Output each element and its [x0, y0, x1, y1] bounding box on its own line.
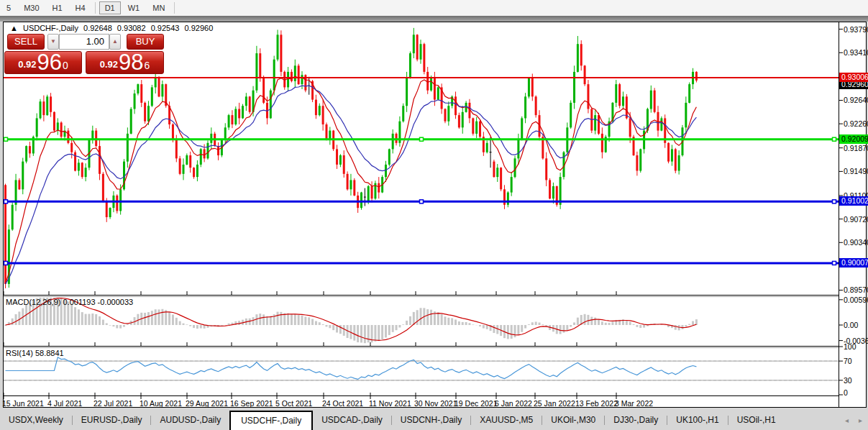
- date-tick-label: 24 Oct 2021: [322, 399, 363, 408]
- tab-scroll-arrows: ◂ ▸: [845, 416, 862, 424]
- tab-xauusd-m5[interactable]: XAUUSD-,M5: [471, 412, 542, 429]
- date-tick-label: 29 Aug 2021: [186, 399, 228, 408]
- volume-increase-button[interactable]: ▲: [109, 34, 121, 50]
- ohlc-high: 0.93082: [117, 24, 146, 32]
- date-tick-label: 30 Nov 2021: [414, 399, 457, 408]
- tab-usdcnh-daily[interactable]: USDCNH-,Daily: [392, 412, 470, 429]
- price-tick-label: 0.92640: [844, 96, 868, 104]
- volume-input[interactable]: 1.00: [59, 34, 109, 50]
- tab-usdcad-daily[interactable]: USDCAD-,Daily: [313, 412, 391, 429]
- macd-indicator-label: MACD(12,26,9) 0.001193 -0.000033: [6, 298, 133, 306]
- date-tick-label: 13 Feb 2022: [575, 399, 618, 408]
- price-tick-label: 0.92260: [844, 119, 868, 128]
- sell-price-base: 0.92: [18, 57, 36, 73]
- symbol-ohlc-header: ▲ USDCHF-,Daily 0.92648 0.93082 0.92543 …: [10, 24, 216, 32]
- tab-scroll-left-icon[interactable]: ◂: [845, 416, 849, 424]
- sell-price-pips: 96: [37, 52, 62, 73]
- tab-usdchf-daily[interactable]: USDCHF-,Daily: [229, 411, 313, 430]
- date-tick-label: 10 Aug 2021: [140, 399, 182, 408]
- symbol-title: USDCHF-,Daily: [23, 24, 78, 32]
- price-tick-label: 0.90720: [844, 215, 868, 224]
- tab-uk100-h1[interactable]: UK100-,H1: [667, 412, 727, 429]
- price-tick-label: 0.91490: [844, 167, 868, 175]
- mt4-chart-window: 5M30H1H4D1W1MN ▲ USDCHF-,Daily 0.92648 0…: [0, 0, 868, 430]
- date-tick-label: 19 Dec 2021: [454, 399, 498, 408]
- tab-audusd-daily[interactable]: AUDUSD-,Daily: [151, 412, 229, 429]
- period-button-w1[interactable]: W1: [122, 1, 146, 14]
- tab-usdx-weekly[interactable]: USDX,Weekly: [0, 412, 72, 429]
- macd-axis-label: 0.005963: [844, 296, 868, 304]
- price-badge-0.92009: 0.92009: [839, 134, 868, 144]
- date-tick-label: 4 Jul 2021: [47, 399, 82, 408]
- chart-tab-bar: USDX,WeeklyEURUSD-,DailyAUDUSD-,DailyUSD…: [0, 411, 868, 430]
- date-tick-label: 6 Jan 2022: [495, 399, 532, 408]
- date-tick-label: 25 Jan 2022: [534, 399, 575, 408]
- sell-button[interactable]: SELL: [7, 34, 45, 50]
- rsi-axis-label: 0: [844, 388, 848, 397]
- price-tick-label: 0.89570: [844, 285, 868, 294]
- price-tick-label: 0.93790: [844, 25, 868, 34]
- volume-decrease-button[interactable]: ▼: [47, 34, 59, 50]
- sell-price-point: 0: [63, 52, 68, 79]
- tab-eurusd-daily[interactable]: EURUSD-,Daily: [73, 412, 151, 429]
- period-button-mn[interactable]: MN: [147, 1, 170, 14]
- toolbar-separator: [95, 2, 96, 14]
- date-tick-label: 22 Jul 2021: [93, 399, 132, 408]
- collapse-triangle-icon[interactable]: ▲: [10, 24, 18, 32]
- ohlc-low: 0.92543: [151, 24, 180, 32]
- period-button-m30[interactable]: M30: [18, 1, 45, 14]
- buy-price-panel[interactable]: 0.92 98 6: [86, 51, 164, 74]
- tab-ukoil-m30[interactable]: UKOil-,M30: [542, 412, 604, 429]
- period-button-h4[interactable]: H4: [70, 1, 91, 14]
- date-tick-label: 5 Oct 2021: [275, 399, 312, 408]
- buy-price-base: 0.92: [100, 57, 118, 73]
- price-tick-label: 0.93410: [844, 48, 868, 57]
- date-tick-label: 15 Jun 2021: [2, 399, 44, 408]
- price-badge-0.91002: 0.91002: [839, 196, 868, 206]
- price-badge-0.93006: 0.93006: [839, 73, 868, 82]
- rsi-axis-label: 70: [844, 357, 852, 365]
- rsi-indicator-label: RSI(14) 58.8841: [6, 349, 64, 357]
- buy-price-point: 6: [145, 52, 150, 79]
- date-tick-label: 16 Sep 2021: [230, 399, 273, 408]
- date-tick-label: 3 Mar 2022: [615, 399, 653, 408]
- macd-axis-label: 0.00: [844, 321, 858, 329]
- period-button-h1[interactable]: H1: [47, 1, 68, 14]
- tab-scroll-right-icon[interactable]: ▸: [859, 416, 862, 424]
- sell-price-panel[interactable]: 0.92 96 0: [4, 51, 82, 74]
- rsi-axis-label: 100: [844, 342, 856, 351]
- tab-usoil-h1[interactable]: USOil-,H1: [728, 412, 785, 429]
- price-tick-label: 0.90340: [844, 238, 868, 247]
- period-button-5[interactable]: 5: [1, 1, 17, 14]
- date-tick-label: 11 Nov 2021: [369, 399, 411, 408]
- price-badge-0.90007: 0.90007: [839, 258, 868, 267]
- timeframe-toolbar: 5M30H1H4D1W1MN: [0, 0, 868, 17]
- tab-dj30-daily[interactable]: DJ30-,Daily: [605, 412, 667, 429]
- buy-button[interactable]: BUY: [127, 34, 164, 50]
- chart-area[interactable]: [3, 22, 867, 408]
- ohlc-open: 0.92648: [83, 24, 112, 32]
- buy-price-pips: 98: [119, 52, 143, 73]
- price-tick-label: 0.91870: [844, 144, 868, 152]
- one-click-trading-widget: SELL ▼ 1.00 ▲ BUY 0.92 96 0 0.92 98 6: [4, 32, 164, 74]
- period-button-d1[interactable]: D1: [99, 1, 121, 14]
- rsi-axis-label: 30: [844, 376, 852, 385]
- window-title-strip: [0, 16, 868, 22]
- toolbar-separator: [174, 2, 175, 14]
- ohlc-close: 0.92960: [185, 24, 214, 32]
